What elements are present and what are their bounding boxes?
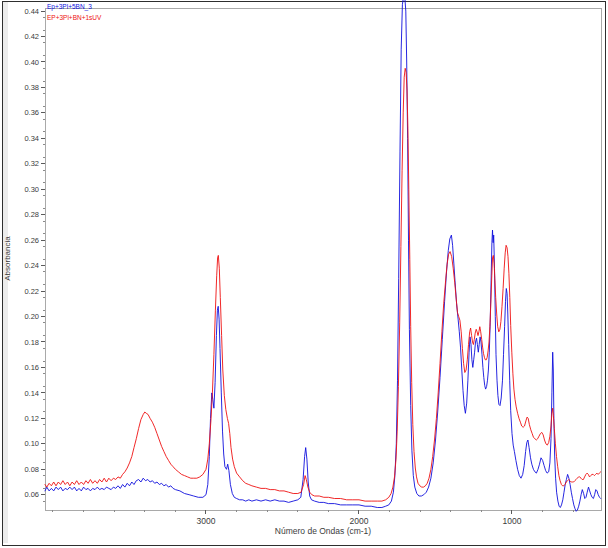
y-axis-tick-label: 0.28 bbox=[24, 210, 39, 219]
y-axis-tick-label: 0.34 bbox=[24, 134, 39, 143]
series-line-0 bbox=[45, 0, 601, 511]
y-axis-tick-label: 0.32 bbox=[24, 159, 39, 168]
x-axis-tick-label: 2000 bbox=[349, 516, 368, 526]
y-axis-tick-label: 0.44 bbox=[24, 7, 39, 16]
y-axis-tick-label: 0.22 bbox=[24, 287, 39, 296]
y-axis-tick-label: 0.20 bbox=[24, 312, 39, 321]
y-axis-tick-label: 0.10 bbox=[24, 439, 39, 448]
x-axis-title: Número de Ondas (cm-1) bbox=[45, 526, 601, 536]
y-axis-tick-label: 0.06 bbox=[24, 490, 39, 499]
x-axis-tick-label: 3000 bbox=[196, 516, 215, 526]
y-axis-tick-label: 0.30 bbox=[24, 185, 39, 194]
spectra-chart-window: 0.440.420.400.380.360.340.320.300.280.26… bbox=[0, 0, 608, 548]
y-axis-tick-label: 0.16 bbox=[24, 363, 39, 372]
y-axis-tick-label: 0.40 bbox=[24, 58, 39, 67]
y-axis-tick-label: 0.24 bbox=[24, 261, 39, 270]
y-axis-tick-label: 0.12 bbox=[24, 414, 39, 423]
x-axis-tick-label: 1000 bbox=[502, 516, 521, 526]
y-axis-title: Absorbancia bbox=[3, 209, 12, 309]
y-axis-tick-label: 0.14 bbox=[24, 389, 39, 398]
y-axis-tick-label: 0.18 bbox=[24, 338, 39, 347]
legend-entry-sample2[interactable]: EP+3Pl+BN+1sUV bbox=[47, 13, 101, 23]
y-axis-tick-label: 0.26 bbox=[24, 236, 39, 245]
y-axis-tick-label: 0.38 bbox=[24, 83, 39, 92]
spectrum-plot-canvas[interactable]: 0.440.420.400.380.360.340.320.300.280.26… bbox=[0, 0, 608, 548]
y-axis-tick-label: 0.42 bbox=[24, 32, 39, 41]
y-axis-tick-label: 0.08 bbox=[24, 465, 39, 474]
y-axis-tick-label: 0.36 bbox=[24, 108, 39, 117]
legend-entry-sample1[interactable]: Ep+3Pl+5BN_3 bbox=[47, 2, 92, 12]
plot-frame bbox=[45, 8, 601, 510]
series-line-1 bbox=[45, 68, 601, 501]
